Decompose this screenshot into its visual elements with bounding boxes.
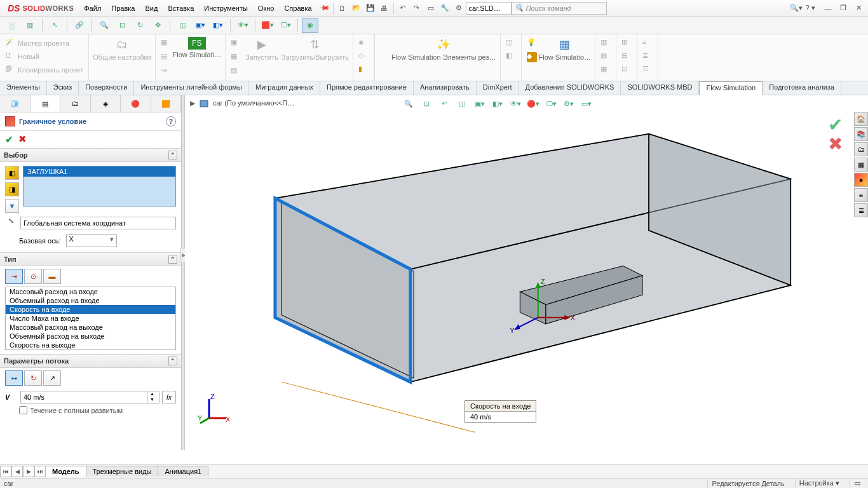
menu-edit[interactable]: Правка [106,2,140,15]
menu-insert[interactable]: Вставка [163,2,199,15]
rib-sm-6[interactable]: ▧ [229,65,242,78]
tab-last[interactable]: ⏭ [34,466,46,477]
menu-file[interactable]: Файл [79,2,106,15]
spin-up[interactable]: ▲ [147,391,156,397]
rb-c1[interactable]: 💡 [526,37,538,50]
rebuild-icon[interactable]: 🔧 [438,1,452,15]
view-orientation-icon[interactable]: ▣▾ [192,18,208,33]
display-style-icon[interactable]: ◧▾ [210,18,226,33]
flow-dir-vector[interactable]: ↗ [43,370,61,386]
taskpane-view-icon[interactable]: ▦ [854,158,868,172]
vb-icon-2[interactable]: ▥ [22,18,38,33]
rb-f2[interactable]: ≣ [641,50,654,63]
bc-option[interactable]: Скорость на выходе [6,341,175,349]
save-icon[interactable]: 💾 [363,1,377,15]
cm-tab-sketch[interactable]: Эскиз [47,81,79,95]
run-button[interactable]: ▶Запустить [243,37,281,61]
breadcrumb[interactable]: ▶ car (По умолчанию<<П… [190,98,294,108]
axis-select[interactable]: X ▾ [66,234,117,247]
selection-list[interactable]: ЗАГЛУШКА1 [23,166,176,207]
open-doc-icon[interactable]: 📂 [349,1,363,15]
appearance-icon[interactable]: 🟥▾ [259,18,276,33]
rb-e3[interactable]: ⊡ [620,64,633,76]
rb-f1[interactable]: ≡ [641,37,654,50]
menu-window[interactable]: Окно [253,2,280,15]
wizard-button[interactable]: 🪄Мастер проекта [4,37,71,50]
general-settings-button[interactable]: 🗂Общие настройки [93,37,151,61]
face-select2-icon[interactable]: ◨ [5,182,19,196]
new-doc-icon[interactable]: 🗋 [336,1,349,15]
collapse-icon-2[interactable]: ⌃ [168,255,177,264]
help-icon[interactable]: ? ▾ [803,1,817,15]
options-icon[interactable]: ⚙ [452,1,466,15]
select-icon[interactable]: ▭ [424,1,438,15]
bottom-tab-3dviews[interactable]: Трехмерные виды [86,466,159,477]
status-extra-icon[interactable]: ▭ [850,479,864,487]
pin-icon[interactable]: 📌 [317,1,331,15]
bc-option[interactable]: Массовый расход на выходе [6,323,175,332]
rb-c2[interactable]: ◆ [526,51,538,64]
cm-tab-mold[interactable]: Инструменты литейной формы [134,81,249,95]
bottom-tab-animation[interactable]: Анимация1 [158,466,208,477]
breadcrumb-expand-icon[interactable]: ▶ [190,99,195,107]
lp-tab-dim[interactable]: ◈ [91,95,121,112]
cm-tab-analysis-prep[interactable]: Подготовка анализа [763,81,841,95]
pan-icon[interactable]: ✥ [149,18,166,33]
redo-icon[interactable]: ↷ [410,1,424,15]
rib-sm-1[interactable]: ▦ [159,37,172,50]
graphics-viewport[interactable]: ▶ car (По умолчанию<<П… 🔍 ⊡ ↶ ◫ ▣▾ ◧▾ 👁▾… [185,95,868,450]
spin-down[interactable]: ▼ [147,397,156,403]
rib-sm-5[interactable]: ▦ [229,51,242,64]
taskpane-library-icon[interactable]: 📚 [854,127,868,141]
velocity-input[interactable]: 40 m/s ▲▼ [20,391,159,403]
rb-a3[interactable]: ▮ [357,64,370,76]
cm-tab-migration[interactable]: Миграция данных [249,81,320,95]
rb-d2[interactable]: ▤ [599,50,612,63]
new-project-button[interactable]: 🗋Новый [4,50,41,63]
bc-option[interactable]: Объемный расход на выходе [6,332,175,341]
taskpane-forum-icon[interactable]: ≣ [854,203,868,217]
fully-developed-checkbox[interactable] [19,406,27,414]
taskpane-custom-icon[interactable]: ≡ [854,188,868,202]
cm-tab-directedit[interactable]: Прямое редактирование [320,81,414,95]
menu-tools[interactable]: Инструменты [199,2,253,15]
search-expand-icon[interactable]: 🔍▾ [789,1,803,15]
selection-item[interactable]: ЗАГЛУШКА1 [24,166,175,177]
section-view-icon[interactable]: ◫ [174,18,191,33]
cm-tab-surfaces[interactable]: Поверхности [79,81,134,95]
bc-type-flow-opening[interactable]: ⇥ [5,269,23,284]
rib-sm-4[interactable]: ▣ [229,37,242,50]
cursor-icon[interactable]: ↖ [46,18,63,33]
lp-tab-feature-tree[interactable]: 🧊 [0,95,31,112]
lp-tab-display[interactable]: 🔴 [121,95,151,112]
taskpane-home-icon[interactable]: 🏠 [854,112,868,126]
lp-tab-property-manager[interactable]: ▤ [31,95,61,112]
rb-b1[interactable]: ◫ [505,37,517,50]
taskpane-explorer-icon[interactable]: 🗂 [854,142,868,156]
rib-sm-3[interactable]: ↝ [159,65,172,78]
load-unload-button[interactable]: ⇅Загрузить/Выгрузить [281,37,349,61]
cm-tab-dimxpert[interactable]: DimXpert [477,81,519,95]
rib-sm-2[interactable]: ▤ [159,51,172,64]
bc-type-pressure[interactable]: ⊙ [24,269,42,284]
fully-developed-row[interactable]: Течение с полным развитым [0,406,181,417]
rotate-icon[interactable]: ↻ [132,18,148,33]
flow-sim-results-button[interactable]: ✨Flow Simulation Элементы рез… [391,37,496,61]
rb-d1[interactable]: ▥ [599,37,612,50]
menu-view[interactable]: Вид [140,2,163,15]
pm-help-icon[interactable]: ? [166,116,176,126]
fx-button[interactable]: fx [162,391,176,403]
tab-prev[interactable]: ◀ [11,466,23,477]
bc-option[interactable]: Массовый расход на входе [6,287,175,296]
face-select-icon[interactable]: ◧ [5,166,19,180]
cm-tab-flowsim[interactable]: Flow Simulation [699,81,763,95]
rb-d3[interactable]: ▦ [599,64,612,76]
collapse-icon-3[interactable]: ⌃ [168,356,177,365]
minimize-button[interactable]: — [821,3,835,14]
print-icon[interactable]: 🖶 [377,1,391,15]
rb-e2[interactable]: ⊟ [620,50,633,63]
pm-cancel-button[interactable]: ✖ [18,133,27,146]
rb-b2[interactable]: ◧ [505,50,517,63]
collapse-icon[interactable]: ⌃ [168,151,177,159]
restore-button[interactable]: ❐ [836,3,850,14]
